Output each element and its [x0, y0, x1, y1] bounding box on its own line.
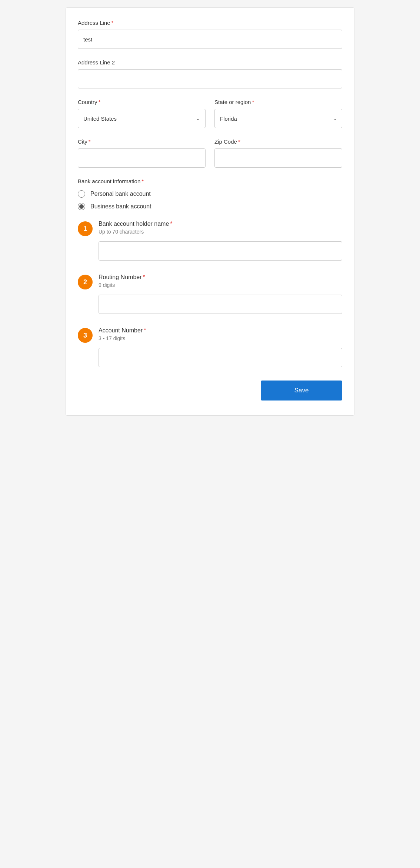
country-col: Country* United States Canada United Kin… — [78, 99, 206, 128]
routing-number-input[interactable] — [99, 295, 342, 314]
country-select-wrapper: United States Canada United Kingdom Aust… — [78, 109, 206, 128]
address-line2-input[interactable] — [78, 69, 342, 88]
required-star: * — [111, 20, 114, 26]
form-container: Address Line* Address Line 2 Country* Un… — [66, 7, 354, 416]
state-select[interactable]: Florida California New York Texas — [214, 109, 342, 128]
step2-subtitle: 9 digits — [99, 282, 145, 288]
step3-subtitle: 3 - 17 digits — [99, 335, 146, 341]
save-row: Save — [78, 381, 342, 401]
address-line-input[interactable] — [78, 30, 342, 49]
business-bank-option[interactable]: Business bank account — [78, 203, 342, 210]
country-label: Country* — [78, 99, 206, 105]
step1-input-wrapper — [99, 241, 342, 261]
city-zip-group: City* Zip Code* — [78, 138, 342, 168]
step1-title: Bank account holder name* — [99, 221, 173, 227]
save-button[interactable]: Save — [261, 381, 342, 401]
step3-input-wrapper — [99, 348, 342, 367]
account-holder-name-input[interactable] — [99, 241, 342, 261]
step1-badge: 1 — [78, 221, 93, 236]
step2-input-wrapper — [99, 295, 342, 314]
state-label: State or region* — [214, 99, 342, 105]
city-label: City* — [78, 138, 206, 145]
zip-input[interactable] — [214, 148, 342, 168]
step1-subtitle: Up to 70 characters — [99, 229, 173, 235]
step2-title: Routing Number* — [99, 274, 145, 281]
step2-section: 2 Routing Number* 9 digits — [78, 274, 342, 314]
address-line2-label: Address Line 2 — [78, 59, 342, 66]
city-input[interactable] — [78, 148, 206, 168]
step1-header: 1 Bank account holder name* Up to 70 cha… — [78, 221, 342, 236]
personal-bank-radio[interactable] — [78, 190, 85, 198]
step1-section: 1 Bank account holder name* Up to 70 cha… — [78, 221, 342, 261]
step2-badge: 2 — [78, 275, 93, 289]
step1-title-group: Bank account holder name* Up to 70 chara… — [99, 221, 173, 235]
step2-header: 2 Routing Number* 9 digits — [78, 274, 342, 289]
bank-info-section: Bank account information* Personal bank … — [78, 178, 342, 210]
address-line-label: Address Line* — [78, 20, 342, 26]
address-line2-group: Address Line 2 — [78, 59, 342, 88]
step3-title-group: Account Number* 3 - 17 digits — [99, 327, 146, 341]
step3-section: 3 Account Number* 3 - 17 digits — [78, 327, 342, 367]
country-select[interactable]: United States Canada United Kingdom Aust… — [78, 109, 206, 128]
business-bank-label: Business bank account — [90, 203, 151, 210]
business-bank-radio[interactable] — [78, 203, 85, 210]
personal-bank-label: Personal bank account — [90, 191, 151, 197]
city-col: City* — [78, 138, 206, 168]
step3-title: Account Number* — [99, 327, 146, 334]
step3-header: 3 Account Number* 3 - 17 digits — [78, 327, 342, 343]
bank-info-label: Bank account information* — [78, 178, 342, 184]
step3-badge: 3 — [78, 328, 93, 343]
personal-bank-option[interactable]: Personal bank account — [78, 190, 342, 198]
step2-title-group: Routing Number* 9 digits — [99, 274, 145, 288]
state-select-wrapper: Florida California New York Texas ⌄ — [214, 109, 342, 128]
zip-label: Zip Code* — [214, 138, 342, 145]
state-col: State or region* Florida California New … — [214, 99, 342, 128]
zip-col: Zip Code* — [214, 138, 342, 168]
country-state-group: Country* United States Canada United Kin… — [78, 99, 342, 128]
address-line-group: Address Line* — [78, 20, 342, 49]
account-number-input[interactable] — [99, 348, 342, 367]
